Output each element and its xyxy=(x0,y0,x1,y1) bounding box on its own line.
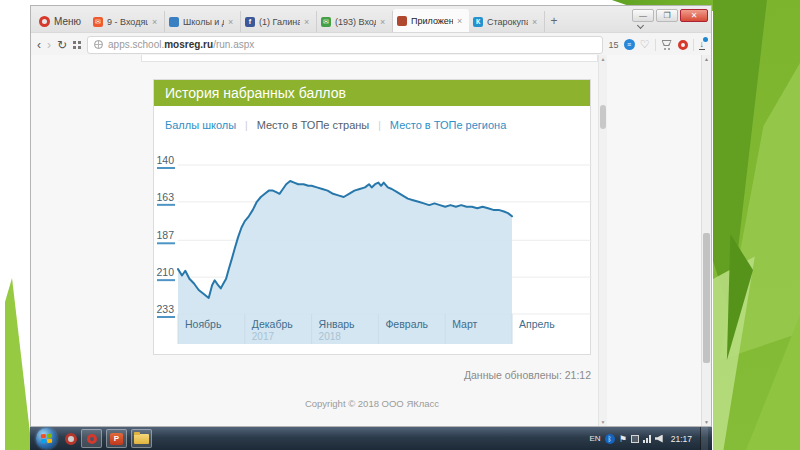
url-text: apps.school.mosreg.ru/run.aspx xyxy=(108,39,254,50)
tab-close-icon[interactable]: × xyxy=(457,16,465,26)
month-label: Ноябрь xyxy=(185,318,222,330)
taskbar-opera-button[interactable] xyxy=(81,429,102,448)
card-tab-row: Баллы школы|Место в ТОПе страны|Место в … xyxy=(154,106,590,131)
minimize-button[interactable]: — xyxy=(632,9,654,22)
card-tab-3[interactable]: Место в ТОПе региона xyxy=(390,119,506,131)
forward-button[interactable]: › xyxy=(47,38,51,52)
taskbar-explorer-button[interactable] xyxy=(131,429,152,448)
windows-logo-icon xyxy=(41,433,53,444)
browser-tabs: ✉9 - Входящие — Янде×Школы и детские сад… xyxy=(89,9,545,32)
scroll-up-arrow[interactable]: ▲ xyxy=(702,56,711,62)
system-tray: EN ᛒ ⚑ 21:17 xyxy=(590,427,712,450)
browser-window: Меню ✉9 - Входящие — Янде×Школы и детски… xyxy=(30,5,712,427)
opera-extension-icon[interactable] xyxy=(678,40,688,50)
download-notification-dot xyxy=(703,37,708,42)
powerpoint-icon: P xyxy=(110,433,123,445)
tab-close-icon[interactable]: × xyxy=(380,17,388,27)
bluetooth-icon[interactable]: ᛒ xyxy=(605,434,615,444)
browser-tab[interactable]: КСтарокупавинский ли× xyxy=(469,11,545,32)
volume-icon[interactable] xyxy=(655,435,663,443)
page-viewport: История набранных баллов Баллы школы|Мес… xyxy=(31,55,711,426)
taskbar-powerpoint-button[interactable]: P xyxy=(106,429,127,448)
month-label: Январь xyxy=(319,318,356,330)
y-tick-label: 187 xyxy=(156,229,174,241)
address-bar: ‹ › ↻ apps.school.mosreg.ru/run.aspx 15 … xyxy=(31,32,711,56)
copyright-text: Copyright © 2018 ООО ЯКласс xyxy=(153,398,591,409)
tray-app-icon[interactable] xyxy=(631,435,639,443)
chevron-down-icon xyxy=(637,22,644,29)
reload-button[interactable]: ↻ xyxy=(57,38,67,52)
tab-close-icon[interactable]: × xyxy=(304,17,312,27)
rank-chart: 140163187210233НоябрьДекабрь2017Январь20… xyxy=(154,152,592,344)
network-signal-icon[interactable] xyxy=(643,435,651,443)
iframe-scrollbar[interactable]: ▲ ▼ xyxy=(598,55,607,426)
tab-title: Школы и детские сад xyxy=(183,17,224,27)
slide-green-corner-shape xyxy=(5,278,32,450)
scroll-down-arrow[interactable]: ▼ xyxy=(599,419,607,425)
month-label: Апрель xyxy=(519,318,555,330)
previous-card-edge xyxy=(141,55,598,62)
scrollbar-thumb[interactable] xyxy=(600,105,606,129)
scroll-down-arrow[interactable]: ▼ xyxy=(702,419,711,425)
month-label: Февраль xyxy=(385,318,428,330)
action-center-flag-icon[interactable]: ⚑ xyxy=(619,434,627,444)
divider xyxy=(655,39,656,51)
tab-title: 9 - Входящие — Янде xyxy=(107,17,148,27)
mail-favicon: ✉ xyxy=(321,17,331,27)
year-label: 2018 xyxy=(319,331,342,342)
extension-icon[interactable]: ≡ xyxy=(624,39,635,50)
taskbar-app-icon[interactable] xyxy=(65,433,77,445)
start-button[interactable] xyxy=(36,428,57,449)
card-title: История набранных баллов xyxy=(154,80,590,106)
tab-close-icon[interactable]: × xyxy=(532,17,540,27)
download-icon[interactable]: ↓ xyxy=(699,40,706,50)
data-updated-text: Данные обновлены: 21:12 xyxy=(153,369,591,381)
browser-tab[interactable]: Приложение - «Школ× xyxy=(393,9,469,32)
language-indicator[interactable]: EN xyxy=(590,434,601,443)
speed-dial-icon[interactable] xyxy=(73,41,81,49)
tab-bar: Меню ✉9 - Входящие — Янде×Школы и детски… xyxy=(31,6,711,32)
card-tab-1[interactable]: Баллы школы xyxy=(165,119,236,131)
folder-icon xyxy=(134,434,149,444)
scroll-up-arrow[interactable]: ▲ xyxy=(599,56,607,62)
slide-canvas: Меню ✉9 - Входящие — Янде×Школы и детски… xyxy=(0,0,800,450)
menu-button-label: Меню xyxy=(54,16,81,27)
new-tab-button[interactable]: + xyxy=(545,11,563,32)
facebook-favicon: f xyxy=(245,17,255,27)
year-label: 2017 xyxy=(252,331,275,342)
chart-area: 140163187210233НоябрьДекабрь2017Январь20… xyxy=(154,152,592,344)
url-field[interactable]: apps.school.mosreg.ru/run.aspx xyxy=(87,36,603,54)
school-site-favicon: К xyxy=(473,17,483,27)
scrollbar-thumb[interactable] xyxy=(703,233,710,363)
score-history-card: История набранных баллов Баллы школы|Мес… xyxy=(153,79,591,355)
browser-scrollbar[interactable]: ▲ ▼ xyxy=(701,55,711,426)
slide-green-side-panel xyxy=(713,0,800,450)
taskbar-clock[interactable]: 21:17 xyxy=(671,434,692,444)
close-button[interactable]: ✕ xyxy=(680,9,708,22)
tab-separator: | xyxy=(245,120,248,131)
month-label: Декабрь xyxy=(252,318,293,330)
tab-close-icon[interactable]: × xyxy=(152,17,160,27)
shopping-cart-icon[interactable] xyxy=(661,39,673,50)
browser-tab[interactable]: ✉(193) Входящие - Поч× xyxy=(317,11,393,32)
tab-close-icon[interactable]: × xyxy=(228,17,236,27)
site-globe-icon xyxy=(94,40,103,49)
tab-separator: | xyxy=(378,120,381,131)
browser-tab[interactable]: ✉9 - Входящие — Янде× xyxy=(89,11,165,32)
browser-tab[interactable]: f(1) Галина Чарнусова× xyxy=(241,11,317,32)
opera-menu-button[interactable]: Меню xyxy=(31,10,89,32)
bookmark-heart-icon[interactable]: ♡ xyxy=(640,38,650,51)
browser-tab[interactable]: Школы и детские сад× xyxy=(165,11,241,32)
y-tick-label: 233 xyxy=(156,303,174,315)
tab-title: (1) Галина Чарнусова xyxy=(259,17,300,27)
extension-area: 15 ≡ ♡ ↓ xyxy=(609,38,705,51)
restore-button[interactable]: ❐ xyxy=(656,9,678,22)
y-tick-label: 163 xyxy=(156,191,174,203)
show-desktop-button[interactable] xyxy=(700,427,708,450)
back-button[interactable]: ‹ xyxy=(37,38,41,52)
window-controls: — ❐ ✕ xyxy=(632,9,708,22)
tab-title: Старокупавинский ли xyxy=(487,17,528,27)
card-tab-2[interactable]: Место в ТОПе страны xyxy=(257,119,370,131)
tab-title: Приложение - «Школ xyxy=(411,16,453,26)
schools-site-favicon xyxy=(169,17,179,27)
